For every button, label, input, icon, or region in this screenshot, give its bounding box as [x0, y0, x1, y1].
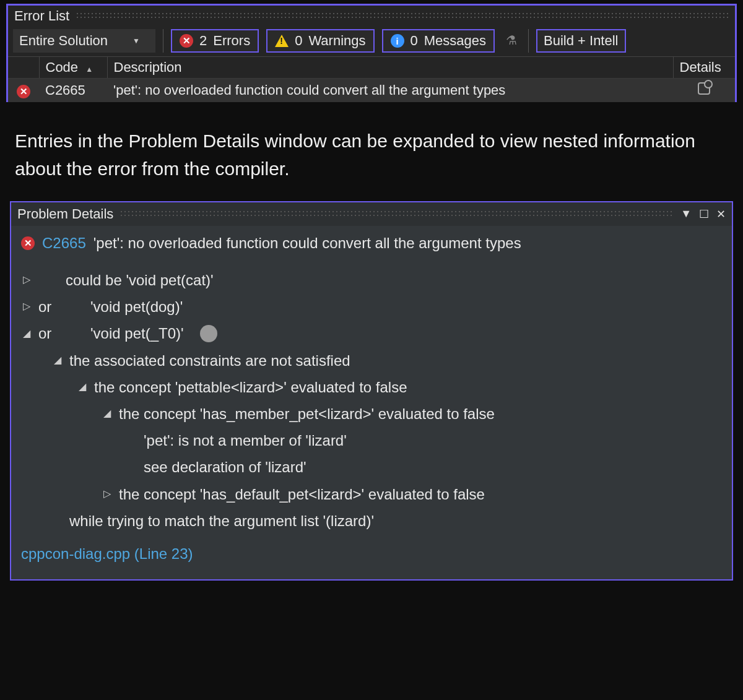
title-grip[interactable] [76, 12, 729, 20]
error-code: C2665 [39, 79, 107, 103]
scope-dropdown[interactable]: Entire Solution ▼ [13, 29, 155, 53]
tree-text: the associated constraints are not satis… [69, 347, 350, 374]
messages-label: Messages [424, 33, 486, 49]
expand-expanded-icon[interactable]: ◢ [21, 325, 32, 343]
error-description: 'pet': no overloaded function could conv… [107, 79, 673, 103]
tree-text: see declaration of 'lizard' [144, 454, 306, 480]
scope-label: Entire Solution [19, 33, 108, 49]
error-list-panel: Error List Entire Solution ▼ ✕ 2 Errors … [6, 4, 737, 102]
code-column-header[interactable]: Code ▲ [39, 57, 107, 79]
maximize-icon[interactable]: ☐ [699, 207, 709, 221]
errors-filter-button[interactable]: ✕ 2 Errors [171, 29, 259, 53]
problem-message: 'pet': no overloaded function could conv… [93, 235, 521, 252]
icon-column-header[interactable] [8, 57, 39, 79]
toolbar-divider [163, 29, 163, 53]
sort-ascending-icon: ▲ [85, 65, 93, 74]
cursor-indicator-icon [200, 325, 217, 342]
tree-text: while trying to match the argument list … [69, 508, 374, 534]
tree-row[interactable]: ◢ the associated constraints are not sat… [21, 347, 722, 374]
tree-row: 'pet': is not a member of 'lizard' [21, 427, 722, 454]
problem-details-panel: Problem Details ▼ ☐ ✕ ✕ C2665 'pet': no … [10, 201, 733, 581]
error-list-toolbar: Entire Solution ▼ ✕ 2 Errors 0 Warnings … [8, 25, 735, 56]
tree-row[interactable]: ▷ or 'void pet(dog)' [21, 293, 722, 320]
problem-code-link[interactable]: C2665 [42, 235, 86, 252]
source-label: Build + Intell [544, 33, 618, 49]
chevron-down-icon[interactable]: ▼ [680, 207, 692, 221]
details-tree: ▷ could be 'void pet(cat)' ▷ or 'void pe… [21, 267, 722, 567]
error-list-table: Code ▲ Description Details ✕ C2665 'pet'… [8, 56, 735, 102]
tree-text: the concept 'has_member_pet<lizard>' eva… [119, 400, 495, 427]
error-list-title: Error List [14, 8, 69, 24]
expand-collapsed-icon[interactable]: ▷ [102, 485, 113, 503]
title-grip[interactable] [119, 210, 674, 218]
toolbar-divider [528, 29, 529, 53]
caption-text: Entries in the Problem Details window ca… [15, 127, 728, 183]
tree-text: 'pet': is not a member of 'lizard' [144, 427, 347, 454]
error-icon: ✕ [21, 236, 35, 250]
error-row[interactable]: ✕ C2665 'pet': no overloaded function co… [8, 79, 735, 103]
source-dropdown[interactable]: Build + Intell [536, 29, 625, 53]
problem-details-title-bar[interactable]: Problem Details ▼ ☐ ✕ [11, 202, 732, 226]
warnings-label: Warnings [308, 33, 365, 49]
warnings-filter-button[interactable]: 0 Warnings [266, 29, 374, 53]
messages-filter-button[interactable]: i 0 Messages [382, 29, 495, 53]
expand-collapsed-icon[interactable]: ▷ [21, 271, 32, 289]
show-details-icon[interactable] [698, 82, 710, 95]
tree-row: see declaration of 'lizard' [21, 454, 722, 480]
tree-text: the concept 'pettable<lizard>' evaluated… [94, 374, 407, 400]
expand-expanded-icon[interactable]: ◢ [52, 352, 63, 369]
warning-icon [275, 35, 289, 47]
source-file-link[interactable]: cppcon-diag.cpp (Line 23) [21, 540, 722, 567]
warnings-count: 0 [295, 33, 302, 49]
messages-count: 0 [411, 33, 418, 49]
expand-collapsed-icon[interactable]: ▷ [21, 298, 32, 316]
tree-text: could be 'void pet(cat)' [66, 267, 214, 293]
tree-text: 'void pet(dog)' [90, 293, 183, 320]
description-column-header[interactable]: Description [107, 57, 673, 79]
tree-text: the concept 'has_default_pet<lizard>' ev… [119, 481, 485, 508]
error-icon: ✕ [17, 85, 30, 98]
tree-row[interactable]: ▷ the concept 'has_default_pet<lizard>' … [21, 481, 722, 508]
chevron-down-icon: ▼ [133, 37, 140, 45]
filter-icon[interactable]: ⚗ [502, 29, 521, 53]
problem-header: ✕ C2665 'pet': no overloaded function co… [21, 235, 722, 252]
info-icon: i [391, 34, 404, 48]
error-icon: ✕ [180, 34, 193, 48]
errors-label: Errors [213, 33, 250, 49]
tree-row[interactable]: ▷ could be 'void pet(cat)' [21, 267, 722, 293]
expand-expanded-icon[interactable]: ◢ [102, 405, 113, 423]
errors-count: 2 [199, 33, 207, 49]
tree-row: while trying to match the argument list … [21, 508, 722, 534]
tree-text: 'void pet(_T0)' [90, 320, 184, 347]
expand-expanded-icon[interactable]: ◢ [77, 378, 88, 396]
tree-row[interactable]: ◢ the concept 'has_member_pet<lizard>' e… [21, 400, 722, 427]
tree-row[interactable]: ◢ the concept 'pettable<lizard>' evaluat… [21, 374, 722, 400]
details-column-header[interactable]: Details [673, 57, 735, 79]
problem-details-title: Problem Details [17, 206, 113, 222]
close-icon[interactable]: ✕ [716, 207, 726, 221]
error-list-title-bar[interactable]: Error List [8, 6, 735, 25]
tree-row[interactable]: ◢ or 'void pet(_T0)' [21, 320, 722, 347]
